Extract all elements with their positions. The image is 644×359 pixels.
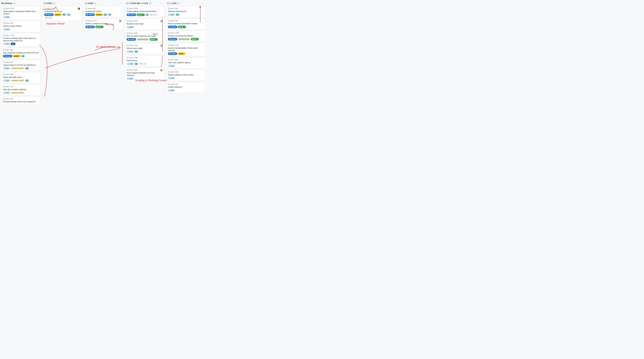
issue-card[interactable]: hydra#1282Hydra explorer supporting mult… xyxy=(1,6,40,20)
status-circle-icon xyxy=(85,2,87,4)
card-title: Optimistic head closure xyxy=(168,10,204,12)
issue-card[interactable]: hydra#370Only sign closable snapshots💭id… xyxy=(1,84,40,95)
issue-card[interactable]: hydra#1238Provide a working Hydra Chess … xyxy=(1,33,40,47)
open-issue-icon xyxy=(3,61,5,63)
label-goodfirst[interactable]: good first issue xyxy=(136,38,149,41)
assignee-avatar[interactable] xyxy=(119,19,122,22)
label-idea[interactable]: 💭idea xyxy=(168,77,175,79)
label-app[interactable]: app xyxy=(11,43,16,45)
column-title: > 1.0.0 xyxy=(170,2,176,4)
label-milestone[interactable]: ⌦0.18.0 xyxy=(44,16,53,19)
open-issue-icon xyxy=(3,34,5,36)
label-L1[interactable]: L1 xyxy=(21,55,25,57)
label-idea[interactable]: 💭idea xyxy=(3,67,10,70)
issue-card[interactable]: hydra#1092Migrate validators script to A… xyxy=(166,70,205,81)
issue-card[interactable]: hydra#1064Remove command line defaults💬f… xyxy=(166,31,205,42)
issue-card[interactable]: hydra#635Client side snapshot signing💭id… xyxy=(166,57,205,69)
issue-card[interactable]: hydra#1178Switch L2 ledger to Conway💬fea… xyxy=(84,18,123,30)
label-L1[interactable]: L1 xyxy=(62,13,66,16)
thought-icon: 💭 xyxy=(4,16,6,18)
issue-card[interactable]: hydra#1329Directly open heads💭ideaL1 xyxy=(125,43,164,54)
column-menu-icon[interactable]: ⋯ xyxy=(160,2,163,5)
assignee-avatar[interactable] xyxy=(160,20,163,22)
label-amber[interactable]: amber ! xyxy=(178,52,185,55)
label-L2[interactable]: L2 xyxy=(66,13,70,16)
issue-card[interactable]: hydra#1468Partial fanout💭ideaL1⌦1.0.0 xyxy=(125,55,164,67)
issue-card[interactable]: hydra#1057Incremental decommit💬featuream… xyxy=(42,6,82,21)
label-amber[interactable]: amber ! xyxy=(54,13,62,16)
label-feature[interactable]: 💬feature xyxy=(86,26,95,28)
label-feedback[interactable]: feedback needed xyxy=(11,91,24,94)
label-green[interactable]: green 💚 xyxy=(150,38,158,41)
issue-card[interactable]: hydra#185Handle rollbacks II💭idea xyxy=(166,82,205,93)
issue-card[interactable]: hydra#1505Prove Network Reliability and … xyxy=(125,68,164,81)
label-feature[interactable]: 💬feature xyxy=(44,13,54,16)
label-feedback[interactable]: feedback needed xyxy=(11,79,24,82)
label-amber[interactable]: amber ! xyxy=(95,13,103,16)
repo-name: hydra xyxy=(129,32,133,34)
issue-card[interactable]: hydra#358Exclude phantom tokens from sna… xyxy=(1,96,40,104)
issue-card[interactable]: hydra#183Collect & report metrics💭idea xyxy=(1,21,40,32)
label-idea[interactable]: 💭idea xyxy=(3,28,10,31)
label-feature[interactable]: 💬feature xyxy=(168,52,177,55)
label-L2[interactable]: L2 xyxy=(145,13,149,16)
label-L1[interactable]: L1 xyxy=(104,13,107,16)
issue-card[interactable]: hydra#1146Improve maintainability of hyd… xyxy=(166,43,205,56)
label-idea[interactable]: 💭idea xyxy=(168,89,175,92)
label-L2[interactable]: L2 xyxy=(108,13,112,16)
label-feedback[interactable]: feedback needed xyxy=(11,67,24,70)
assignee-avatar[interactable] xyxy=(160,69,163,71)
label-amber[interactable]: amber ! xyxy=(13,55,20,57)
label-feature[interactable]: 💬feature xyxy=(126,13,136,16)
label-idea[interactable]: 💭idea xyxy=(168,13,175,16)
label-L1[interactable]: L1 xyxy=(25,67,29,70)
column-menu-icon[interactable]: ⋯ xyxy=(118,2,122,5)
label-L1[interactable]: L1 xyxy=(134,62,138,65)
thought-icon: 💭 xyxy=(128,77,130,80)
issue-card[interactable]: hydra#198Optimistic head closure💭ideaL1 xyxy=(166,6,205,17)
issue-card[interactable]: hydra#1080Create network protocol specif… xyxy=(125,6,164,18)
issue-card[interactable]: hydra#190Support larger # of UTXO via sp… xyxy=(1,60,40,71)
column-title: No Version xyxy=(2,2,12,4)
card-title: Create network protocol specification xyxy=(126,10,162,12)
label-idea[interactable]: 💭idea xyxy=(3,79,10,82)
repo-name: hydra xyxy=(5,86,9,87)
issue-card[interactable]: hydra#688Sign snapshots including the in… xyxy=(1,48,40,59)
label-idea[interactable]: 💭idea xyxy=(126,50,134,53)
labels-row: 💬featuregood first issuegreen 💚 xyxy=(168,38,204,40)
label-feature[interactable]: 💬feature xyxy=(168,38,177,40)
label-L1[interactable]: L1 xyxy=(134,50,138,53)
label-milestone[interactable]: ⌦1.0.0 xyxy=(139,62,147,65)
label-idea[interactable]: 💭idea xyxy=(3,91,10,94)
speech-icon: 💬 xyxy=(128,14,130,16)
open-issue-icon xyxy=(3,22,5,24)
label-idea[interactable]: 💭idea xyxy=(3,43,10,45)
label-idea[interactable]: 💭idea xyxy=(168,65,175,67)
label-idea[interactable]: 💭idea xyxy=(3,16,10,18)
assignee-avatar[interactable] xyxy=(78,7,80,10)
label-green[interactable]: green 💚 xyxy=(95,26,104,28)
label-green[interactable]: green 💚 xyxy=(178,26,186,28)
issue-card[interactable]: hydra#1305Blockfrost chain layer💭idea xyxy=(125,19,164,30)
label-idea[interactable]: 💭idea xyxy=(126,26,134,28)
label-feature[interactable]: 💬feature xyxy=(168,26,177,28)
label-idea[interactable]: 💭idea xyxy=(126,62,134,65)
label-feature[interactable]: 💬feature xyxy=(3,55,12,57)
column-menu-icon[interactable]: ⋯ xyxy=(78,2,81,5)
label-green[interactable]: green 💚 xyxy=(136,13,145,16)
issue-card[interactable]: hydra#199Incremental commit💬featureamber… xyxy=(84,6,123,17)
label-L1[interactable]: L1 xyxy=(176,13,180,16)
assignee-avatar[interactable] xyxy=(160,44,163,47)
issue-card[interactable]: hydra#195React to protocol parameter cha… xyxy=(166,18,205,30)
issue-card[interactable]: hydra#1509SDK for wallet integration wit… xyxy=(125,31,164,42)
label-goodfirst[interactable]: good first issue xyxy=(178,38,190,40)
issue-number: #190 xyxy=(10,61,13,63)
issue-card[interactable]: hydra#699Always abortable Head💭ideafeedb… xyxy=(1,72,40,83)
label-green[interactable]: green 💚 xyxy=(191,38,199,40)
column-menu-icon[interactable]: ⋯ xyxy=(201,2,204,5)
label-milestone[interactable]: ⌦1.0.0 xyxy=(150,13,158,16)
label-feature[interactable]: 💬feature xyxy=(126,38,136,41)
label-idea[interactable]: 💭idea xyxy=(126,77,134,80)
label-L1[interactable]: L1 xyxy=(25,79,29,82)
label-feature[interactable]: 💬feature xyxy=(86,13,95,16)
